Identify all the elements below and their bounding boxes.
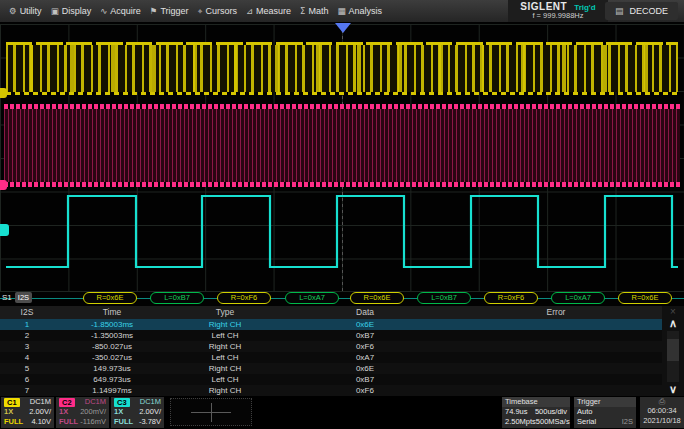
cell-data: 0xF6: [280, 341, 450, 352]
table-row[interactable]: 4 -350.027us Left CH 0xA7: [0, 352, 662, 363]
menu-item-trigger[interactable]: ⚑ Trigger: [150, 6, 189, 16]
trigger-mode: Auto: [577, 407, 592, 417]
table-scrollbar: × ∧ ∨: [662, 306, 684, 396]
c3-coupling: DC1M: [140, 397, 161, 407]
brand-block: SIGLENT Trig'd f = 999.9988Hz: [508, 0, 608, 22]
cell-type: Right CH: [170, 341, 280, 352]
cell-time: 1.14997ms: [54, 385, 170, 396]
cell-data: 0xB7: [280, 374, 450, 385]
waveform-icon: ∿: [100, 6, 107, 16]
decode-button[interactable]: ▤ DECODE: [605, 2, 678, 20]
c2-position-marker[interactable]: [0, 180, 7, 190]
printer-icon: ⎙: [640, 397, 684, 406]
timebase-samplerate: 500MSa/s: [536, 417, 570, 427]
cell-type: Right CH: [170, 363, 280, 374]
table-row[interactable]: 2 -1.35003ms Left CH 0xB7: [0, 330, 662, 341]
menu-label: Math: [308, 6, 328, 16]
c2-atten: 1X: [59, 407, 68, 417]
zoom-preview-box: [170, 398, 252, 426]
decode-bus-label[interactable]: S1 I2S: [2, 292, 32, 303]
table-row[interactable]: 5 149.973us Right CH 0x6E: [0, 363, 662, 374]
decode-bubble: R=0x6E: [350, 292, 404, 304]
scroll-down-icon[interactable]: ∨: [669, 383, 677, 396]
c3-scale: 2.00V/: [139, 407, 161, 417]
decode-button-label: DECODE: [629, 6, 668, 16]
col-header-type: Type: [170, 306, 280, 319]
c3-position-marker[interactable]: [0, 224, 9, 236]
c2-badge: C2: [59, 398, 75, 407]
c1-scale: 2.00V/: [29, 407, 51, 417]
menu-label: Display: [62, 6, 92, 16]
table-row[interactable]: 7 1.14997ms Right CH 0xF6: [0, 385, 662, 396]
decode-bubble: L=0xB7: [150, 292, 204, 304]
col-header-i2s: I2S: [0, 306, 54, 319]
table-row[interactable]: 6 649.973us Left CH 0xB7: [0, 374, 662, 385]
clock-time: 06:00:34: [640, 406, 684, 416]
channel2-descriptor[interactable]: C2 DC1M 1X 200mV/ FULL -116mV: [56, 397, 109, 428]
c3-atten: 1X: [114, 407, 123, 417]
menu-item-math[interactable]: Σ Math: [300, 6, 328, 16]
close-icon[interactable]: ×: [670, 306, 676, 317]
trigger-box[interactable]: Trigger Auto Serial I2S: [574, 397, 636, 428]
menu-bar: ⚙ Utility ▣ Display ∿ Acquire ⚑ Trigger …: [0, 0, 684, 22]
display-icon: ▣: [51, 6, 59, 16]
bus-type-badge: I2S: [15, 292, 32, 303]
table-row[interactable]: 1 -1.85003ms Right CH 0x6E: [0, 319, 662, 330]
menu-label: Analysis: [349, 6, 383, 16]
menu-item-cursors[interactable]: ⌖ Cursors: [198, 6, 237, 17]
cell-time: 149.973us: [54, 363, 170, 374]
timebase-box[interactable]: Timebase 74.9us 500us/div 2.50Mpts 500MS…: [502, 397, 570, 428]
cell-index: 2: [0, 330, 54, 341]
cell-data: 0x6E: [280, 319, 450, 330]
flag-icon: ⚑: [150, 6, 158, 16]
cell-error: [450, 374, 662, 385]
menu-item-analysis[interactable]: ▦ Analysis: [337, 6, 382, 16]
decode-bubble: R=0x6E: [83, 292, 137, 304]
decode-bubble: R=0xF6: [217, 292, 271, 304]
status-bar: C1 DC1M 1X 2.00V/ FULL 4.10V C2 DC1M 1X …: [0, 396, 684, 429]
waveform-display: S1 I2S R=0x6E L=0xB7 R=0xF6 L=0xA7 R=0x6…: [0, 22, 684, 306]
crosshair-icon: ⌖: [198, 6, 203, 17]
decode-bubble: R=0xF6: [484, 292, 538, 304]
c1-badge: C1: [4, 398, 20, 407]
cell-data: 0xA7: [280, 352, 450, 363]
cell-index: 1: [0, 319, 54, 330]
cell-index: 4: [0, 352, 54, 363]
table-row[interactable]: 3 -850.027us Right CH 0xF6: [0, 341, 662, 352]
menu-item-measure[interactable]: ⊿ Measure: [246, 6, 291, 16]
c1-position-marker[interactable]: [0, 88, 7, 98]
menu-label: Trigger: [160, 6, 188, 16]
scrollbar-track[interactable]: [667, 331, 679, 382]
cell-time: -1.85003ms: [54, 319, 170, 330]
timebase-delay: 74.9us: [505, 407, 528, 417]
clock-box[interactable]: ⎙ 06:00:34 2021/10/18: [640, 397, 684, 428]
cell-data: 0x6E: [280, 363, 450, 374]
channel3-descriptor[interactable]: C3 DC1M 1X 2.00V/ FULL -3.78V: [111, 397, 164, 428]
trigger-kind: Serial: [577, 417, 596, 427]
timebase-scale: 500us/div: [535, 407, 567, 417]
bus-number: S1: [2, 293, 12, 302]
scroll-up-icon[interactable]: ∧: [669, 317, 677, 330]
cell-type: Right CH: [170, 385, 280, 396]
chart-icon: ▦: [337, 6, 345, 16]
cell-time: -1.35003ms: [54, 330, 170, 341]
cell-data: 0xF6: [280, 385, 450, 396]
col-header-data: Data: [280, 306, 450, 319]
cell-type: Left CH: [170, 374, 280, 385]
c2-offset: -116mV: [80, 417, 106, 427]
c2-scale: 200mV/: [80, 407, 106, 417]
menu-item-acquire[interactable]: ∿ Acquire: [100, 6, 141, 16]
decode-bubble: L=0xA7: [285, 292, 339, 304]
cell-error: [450, 330, 662, 341]
menu-item-display[interactable]: ▣ Display: [51, 6, 92, 16]
cell-index: 3: [0, 341, 54, 352]
menu-item-utility[interactable]: ⚙ Utility: [9, 6, 42, 16]
cell-time: -350.027us: [54, 352, 170, 363]
cell-error: [450, 341, 662, 352]
c3-bandwidth: FULL: [114, 417, 133, 427]
cell-error: [450, 363, 662, 374]
scrollbar-thumb[interactable]: [667, 339, 679, 361]
channel1-descriptor[interactable]: C1 DC1M 1X 2.00V/ FULL 4.10V: [1, 397, 54, 428]
c1-coupling: DC1M: [30, 397, 51, 407]
menu-label: Utility: [20, 6, 42, 16]
